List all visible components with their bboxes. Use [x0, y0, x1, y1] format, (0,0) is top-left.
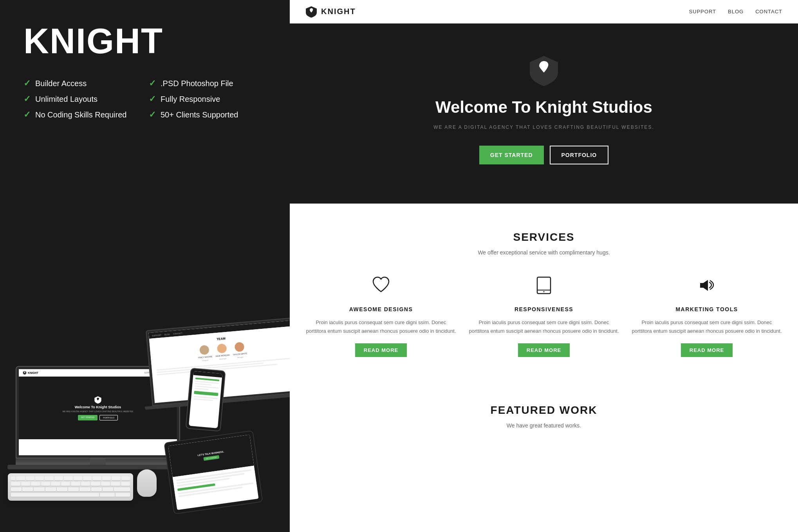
hero-section: Welcome To Knight Studios WE ARE A DIGIT… [290, 23, 798, 204]
tablet-icon [534, 275, 554, 298]
right-panel: KNIGHT SUPPORT BLOG CONTACT Welcome To K… [290, 0, 798, 532]
hero-buttons: GET STARTED PORTFOLIO [479, 146, 608, 164]
feature-label: .PSD Photoshop File [161, 79, 233, 88]
hero-title: Welcome To Knight Studios [435, 98, 652, 117]
logo-shield-icon [305, 6, 317, 18]
feature-item: ✓ No Coding Skills Required [23, 110, 141, 120]
megaphone-icon [697, 275, 717, 298]
nav-logo-text: KNIGHT [321, 7, 356, 16]
nav-link-blog[interactable]: BLOG [728, 9, 744, 14]
services-subtitle: We offer exceptional service with compli… [305, 249, 782, 256]
check-icon: ✓ [23, 94, 31, 104]
tablet-mockup: LET'S TALK BUSINESS. GET STARTED [164, 430, 263, 514]
services-section: SERVICES We offer exceptional service wi… [290, 204, 798, 384]
brand-title: KNIGHT [23, 23, 266, 59]
check-icon: ✓ [149, 110, 156, 120]
feature-item: ✓ 50+ Clients Supported [149, 110, 266, 120]
service-desc-2: Proin iaculis purus consequat sem cure d… [631, 318, 782, 335]
service-card-responsiveness: RESPONSIVENESS Proin iaculis purus conse… [468, 275, 619, 357]
check-icon: ✓ [149, 94, 156, 104]
service-card-designs: AWESOME DESIGNS Proin iaculis purus cons… [305, 275, 457, 357]
nav-links: SUPPORT BLOG CONTACT [689, 9, 782, 14]
service-name-1: RESPONSIVENESS [515, 306, 573, 312]
feature-item: ✓ Unlimited Layouts [23, 94, 141, 104]
phone-mockup [185, 368, 226, 431]
feature-label: 50+ Clients Supported [161, 110, 238, 119]
featured-subtitle: We have great featured works. [305, 422, 782, 429]
service-card-marketing: MARKETING TOOLS Proin iaculis purus cons… [631, 275, 782, 357]
check-icon: ✓ [23, 110, 31, 120]
feature-label: Builder Access [35, 79, 87, 88]
nav-link-contact[interactable]: CONTACT [755, 9, 782, 14]
read-more-button-2[interactable]: READ MORE [681, 343, 733, 357]
get-started-button[interactable]: GET STARTED [479, 146, 544, 164]
hero-subtitle: WE ARE A DIGITAL AGENCY THAT LOVES CRAFT… [433, 124, 654, 130]
services-grid: AWESOME DESIGNS Proin iaculis purus cons… [305, 275, 782, 357]
heart-icon [371, 275, 391, 298]
check-icon: ✓ [149, 78, 156, 88]
service-name-0: AWESOME DESIGNS [349, 306, 413, 312]
nav-logo: KNIGHT [305, 6, 356, 18]
mouse-mockup [137, 469, 157, 497]
mockup-area: KNIGHT SUPPORTBLOGCONTACT Welcome To Kni… [0, 188, 290, 532]
keyboard-mockup [8, 473, 133, 501]
service-name-2: MARKETING TOOLS [675, 306, 738, 312]
feature-label: Unlimited Layouts [35, 95, 97, 104]
featured-title: FEATURED WORK [305, 404, 782, 417]
top-navigation: KNIGHT SUPPORT BLOG CONTACT [290, 0, 798, 23]
feature-item: ✓ .PSD Photoshop File [149, 78, 266, 88]
left-panel: KNIGHT ✓ Builder Access ✓ .PSD Photoshop… [0, 0, 290, 532]
svg-point-1 [543, 291, 545, 292]
service-desc-1: Proin iaculis purus consequat sem cure d… [468, 318, 619, 335]
check-icon: ✓ [23, 78, 31, 88]
hero-logo-icon [528, 55, 560, 86]
read-more-button-1[interactable]: READ MORE [518, 343, 570, 357]
feature-item: ✓ Builder Access [23, 78, 141, 88]
portfolio-button[interactable]: PORTFOLIO [550, 146, 609, 164]
feature-label: Fully Responsive [161, 95, 220, 104]
services-title: SERVICES [305, 231, 782, 243]
features-grid: ✓ Builder Access ✓ .PSD Photoshop File ✓… [23, 78, 266, 120]
read-more-button-0[interactable]: READ MORE [355, 343, 407, 357]
feature-item: ✓ Fully Responsive [149, 94, 266, 104]
nav-link-support[interactable]: SUPPORT [689, 9, 716, 14]
service-desc-0: Proin iaculis purus consequat sem cure d… [305, 318, 457, 335]
featured-section: FEATURED WORK We have great featured wor… [290, 384, 798, 460]
feature-label: No Coding Skills Required [35, 110, 126, 119]
